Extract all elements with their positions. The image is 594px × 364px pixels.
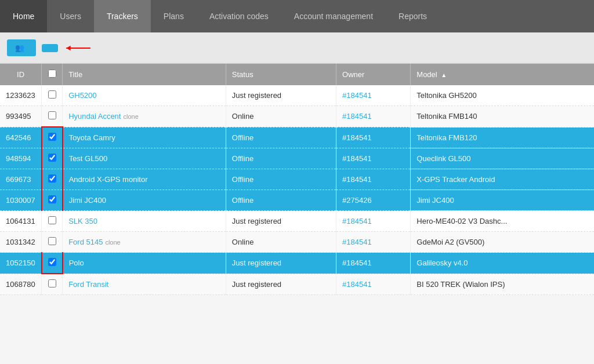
owner-link[interactable]: #184541 — [342, 238, 372, 246]
cell-title: Android X-GPS monitor — [63, 169, 226, 190]
cell-status: Offline — [226, 127, 336, 148]
row-checkbox[interactable] — [48, 258, 56, 266]
table-row: 1031342Ford 5145cloneOnline#184541GdeMoi… — [0, 232, 594, 253]
cell-checkbox[interactable] — [42, 190, 63, 211]
table-row: 1068780Ford TransitJust registered#18454… — [0, 274, 594, 295]
cell-checkbox[interactable] — [42, 127, 63, 148]
clone-badge: clone — [123, 113, 138, 120]
table-row: 1233623GH5200Just registered#184541Telto… — [0, 85, 594, 106]
row-checkbox[interactable] — [48, 195, 56, 203]
cell-status: Online — [226, 232, 336, 253]
header-id: ID — [0, 64, 42, 85]
row-checkbox[interactable] — [48, 216, 56, 224]
nav-item-plans[interactable]: Plans — [151, 0, 197, 32]
cell-model: GdeMoi A2 (GV500) — [411, 232, 594, 253]
cell-model: Jimi JC400 — [411, 190, 594, 211]
row-checkbox[interactable] — [48, 133, 56, 141]
cell-title: Toyota Camry — [63, 127, 226, 148]
title-link[interactable]: Ford 5145 — [68, 238, 103, 246]
cell-model: Teltonika FMB140 — [411, 106, 594, 128]
cell-title: Test GL500 — [63, 148, 226, 169]
title-link[interactable]: SLK 350 — [68, 217, 97, 225]
owner-link[interactable]: #184541 — [342, 91, 372, 100]
cell-title: Polo — [63, 253, 226, 274]
cell-owner[interactable]: #184541 — [336, 106, 411, 128]
nav-item-home[interactable]: Home — [0, 0, 47, 32]
row-checkbox[interactable] — [48, 279, 56, 287]
nav-item-activation-codes[interactable]: Activation codes — [197, 0, 281, 32]
cell-id: 669673 — [0, 169, 42, 190]
cell-checkbox[interactable] — [42, 211, 63, 232]
cell-owner[interactable]: #184541 — [336, 253, 411, 274]
table-row: 642546Toyota CamryOffline#184541Teltonik… — [0, 127, 594, 148]
owner-link[interactable]: #184541 — [342, 217, 372, 225]
cell-id: 993495 — [0, 106, 42, 128]
cell-model: X-GPS Tracker Android — [411, 169, 594, 190]
nav-item-users[interactable]: Users — [47, 0, 94, 32]
cell-title[interactable]: GH5200 — [63, 85, 226, 106]
header-model[interactable]: Model ▲ — [411, 64, 594, 85]
nav-item-reports[interactable]: Reports — [386, 0, 440, 32]
cell-model: Galileosky v4.0 — [411, 253, 594, 274]
cell-owner[interactable]: #184541 — [336, 274, 411, 295]
row-checkbox[interactable] — [48, 90, 56, 99]
svg-marker-1 — [66, 45, 71, 50]
cell-owner[interactable]: #184541 — [336, 85, 411, 106]
cell-status: Online — [226, 106, 336, 128]
owner-link[interactable]: #184541 — [342, 112, 372, 121]
cell-checkbox[interactable] — [42, 106, 63, 128]
owner-link[interactable]: #184541 — [342, 280, 372, 289]
clone-button[interactable] — [42, 44, 58, 52]
cell-title[interactable]: Ford 5145clone — [63, 232, 226, 253]
cell-checkbox[interactable] — [42, 148, 63, 169]
nav-item-account-management[interactable]: Account management — [281, 0, 386, 32]
title-link[interactable]: GH5200 — [68, 91, 96, 100]
top-navigation: HomeUsersTrackersPlansActivation codesAc… — [0, 0, 594, 32]
clone-badge: clone — [105, 239, 120, 246]
change-owner-button[interactable]: 👥 — [7, 39, 36, 56]
cell-status: Offline — [226, 148, 336, 169]
cell-owner[interactable]: #275426 — [336, 190, 411, 211]
cell-checkbox[interactable] — [42, 232, 63, 253]
cell-owner[interactable]: #184541 — [336, 169, 411, 190]
title-link[interactable]: Ford Transit — [68, 280, 108, 289]
row-checkbox[interactable] — [48, 174, 56, 183]
cell-title[interactable]: SLK 350 — [63, 211, 226, 232]
trackers-table: ID Title Status Owner Model ▲ 1233623GH5… — [0, 64, 594, 295]
nav-item-trackers[interactable]: Trackers — [94, 0, 151, 32]
cell-owner[interactable]: #184541 — [336, 211, 411, 232]
header-status: Status — [226, 64, 336, 85]
cell-model: Hero-ME40-02 V3 Dashc... — [411, 211, 594, 232]
cell-model: Teltonika FMB120 — [411, 127, 594, 148]
table-row: 948594Test GL500Offline#184541Queclink G… — [0, 148, 594, 169]
cell-status: Just registered — [226, 85, 336, 106]
table-header-row: ID Title Status Owner Model ▲ — [0, 64, 594, 85]
cell-title[interactable]: Ford Transit — [63, 274, 226, 295]
users-icon: 👥 — [15, 43, 24, 52]
table-row: 1030007Jimi JC400Offline#275426Jimi JC40… — [0, 190, 594, 211]
cell-owner[interactable]: #184541 — [336, 148, 411, 169]
cell-owner[interactable]: #184541 — [336, 232, 411, 253]
row-checkbox[interactable] — [48, 237, 56, 245]
row-checkbox[interactable] — [48, 111, 56, 119]
cell-id: 642546 — [0, 127, 42, 148]
cell-checkbox[interactable] — [42, 85, 63, 106]
cell-status: Just registered — [226, 253, 336, 274]
cell-status: Offline — [226, 190, 336, 211]
row-checkbox[interactable] — [48, 154, 56, 162]
arrow-indicator — [64, 42, 93, 54]
cell-checkbox[interactable] — [42, 253, 63, 274]
cell-checkbox[interactable] — [42, 169, 63, 190]
title-link[interactable]: Hyundai Accent — [68, 112, 121, 121]
cell-title[interactable]: Hyundai Accentclone — [63, 106, 226, 128]
table-row: 1064131SLK 350Just registered#184541Hero… — [0, 211, 594, 232]
cell-checkbox[interactable] — [42, 274, 63, 295]
header-checkbox[interactable] — [42, 64, 63, 85]
cell-id: 1064131 — [0, 211, 42, 232]
cell-owner[interactable]: #184541 — [336, 127, 411, 148]
cell-status: Just registered — [226, 274, 336, 295]
cell-model: BI 520 TREK (Wialon IPS) — [411, 274, 594, 295]
cell-id: 1068780 — [0, 274, 42, 295]
select-all-checkbox[interactable] — [48, 70, 56, 78]
trackers-table-container: ID Title Status Owner Model ▲ 1233623GH5… — [0, 64, 594, 295]
